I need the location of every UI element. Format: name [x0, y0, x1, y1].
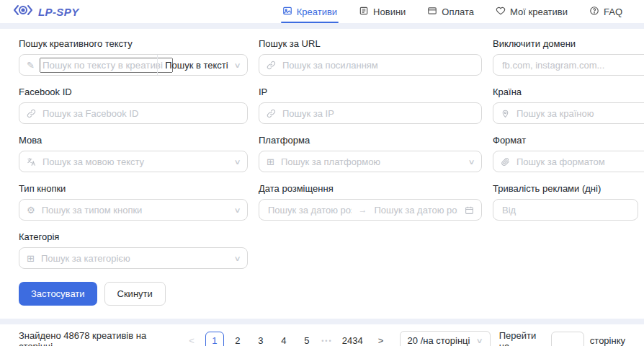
field-label: Країна [493, 86, 644, 97]
page-button-1[interactable]: 1 [205, 332, 224, 346]
pagination-ellipsis[interactable]: ••• [318, 337, 336, 345]
question-icon [589, 6, 599, 18]
link-icon [267, 109, 276, 118]
field-facebook-id: Facebook ID [19, 86, 248, 124]
tab-faq[interactable]: FAQ [589, 0, 622, 23]
eye-logo-icon [13, 4, 33, 19]
brand-name: LP-SPY [38, 6, 79, 18]
tab-my-creatives[interactable]: Мої креативи [496, 0, 568, 23]
ip-input[interactable] [281, 107, 474, 120]
page-button-3[interactable]: 3 [251, 332, 270, 346]
format-input[interactable] [515, 156, 644, 168]
page-button-2[interactable]: 2 [228, 332, 247, 346]
main-nav: Креативи Новини Оплата Мої креативи FAQ [282, 0, 622, 23]
button-type-select[interactable]: ⚙ ∨ [19, 199, 248, 221]
field-label: Дата розміщення [259, 183, 482, 194]
chevron-down-icon: ∨ [476, 337, 483, 345]
nav-label: Новини [373, 6, 406, 17]
reset-button[interactable]: Скинути [104, 282, 166, 306]
news-icon [359, 6, 369, 18]
field-label: IP [259, 86, 482, 97]
field-label: Платформа [259, 135, 482, 146]
field-exclude-domains: Виключити домени [493, 38, 644, 76]
field-label: Формат [493, 135, 644, 146]
nav-label: Креативи [297, 6, 337, 17]
field-label: Facebook ID [19, 86, 248, 97]
goto-page-input[interactable] [551, 332, 584, 346]
link-icon [27, 109, 36, 118]
goto-page-suffix: сторінку [590, 335, 625, 346]
country-input[interactable] [515, 107, 644, 120]
duration-from-input[interactable] [501, 204, 630, 216]
tab-payment[interactable]: Оплата [427, 0, 474, 23]
date-end-input[interactable] [373, 204, 460, 216]
field-placement-date: Дата розміщення → [259, 183, 482, 221]
image-icon [282, 6, 292, 18]
field-label: Тип кнопки [19, 183, 248, 194]
apply-button[interactable]: Застосувати [19, 282, 97, 306]
field-platform: Платформа ⊞ ∨ [259, 135, 482, 172]
link-icon [267, 61, 276, 70]
results-summary: Знайдено 48678 креативів на сторінці [19, 330, 170, 346]
chevron-down-icon: ∨ [233, 61, 241, 69]
date-start-input[interactable] [267, 204, 353, 216]
url-input[interactable] [281, 59, 474, 71]
field-language: Мова ∨ [19, 135, 248, 172]
facebook-id-input[interactable] [41, 107, 240, 120]
heart-icon [496, 6, 506, 18]
date-range-picker[interactable]: → [259, 199, 482, 221]
field-ip: IP [259, 86, 482, 124]
page-size-value: 20 /на сторінці [408, 335, 470, 346]
field-category: Категорія ⊞ ∨ [19, 231, 248, 269]
gear-icon: ⚙ [27, 205, 35, 215]
page-button-5[interactable]: 5 [298, 332, 316, 346]
format-select[interactable] [493, 151, 644, 172]
field-country: Країна [493, 86, 644, 124]
field-url: Пошук за URL [259, 38, 482, 76]
chevron-down-icon: ∨ [233, 254, 241, 262]
nav-label: FAQ [604, 6, 622, 17]
translate-icon [27, 157, 36, 167]
page-button-4[interactable]: 4 [274, 332, 293, 346]
category-select[interactable]: ⊞ ∨ [19, 247, 248, 269]
prev-page-button[interactable]: < [182, 332, 201, 346]
tab-creatives[interactable]: Креативи [282, 0, 337, 23]
field-duration: Тривалість реклами (дні) [493, 183, 644, 221]
language-input[interactable] [41, 156, 230, 168]
brand-logo[interactable]: LP-SPY [13, 4, 79, 19]
field-label: Тривалість реклами (дні) [493, 183, 644, 194]
field-label: Категорія [19, 231, 248, 242]
nav-label: Мої креативи [510, 6, 568, 17]
grid-icon: ⊞ [27, 254, 35, 263]
language-select[interactable]: ∨ [19, 151, 248, 172]
platform-select[interactable]: ⊞ ∨ [259, 151, 482, 172]
exclude-domains-input[interactable] [501, 59, 644, 71]
next-page-button[interactable]: > [372, 332, 390, 346]
grid-icon: ⊞ [267, 157, 274, 167]
field-button-type: Тип кнопки ⚙ ∨ [19, 183, 248, 221]
select-value: Пошук в тексті [165, 60, 228, 71]
button-type-input[interactable] [40, 204, 230, 216]
field-label: Пошук за URL [259, 38, 482, 49]
field-format: Формат [493, 135, 644, 172]
page-size-select[interactable]: 20 /на сторінці ∨ [400, 331, 491, 346]
tab-news[interactable]: Новини [359, 0, 406, 23]
category-input[interactable] [40, 252, 230, 265]
goto-page-prefix: Перейти на [499, 330, 545, 346]
text-search-mode-select[interactable]: Пошук в тексті ∨ [157, 55, 247, 75]
platform-input[interactable] [279, 156, 464, 168]
nav-label: Оплата [442, 6, 474, 17]
location-pin-icon [501, 109, 510, 118]
top-header: LP-SPY Креативи Новини Оплата Мої креати… [0, 0, 644, 23]
field-label: Мова [19, 135, 248, 146]
field-creative-text: Пошук креативного тексту ✎ Пошук в текст… [19, 38, 248, 76]
creative-text-input[interactable] [40, 58, 173, 73]
field-label: Пошук креативного тексту [19, 38, 248, 49]
arrow-right-icon: → [359, 205, 367, 215]
calendar-icon [465, 205, 474, 215]
credit-card-icon [427, 6, 437, 18]
filters-panel: Пошук креативного тексту ✎ Пошук в текст… [0, 29, 644, 319]
pencil-icon: ✎ [27, 61, 35, 70]
last-page-button[interactable]: 2434 [338, 332, 367, 346]
chevron-down-icon: ∨ [468, 158, 475, 166]
